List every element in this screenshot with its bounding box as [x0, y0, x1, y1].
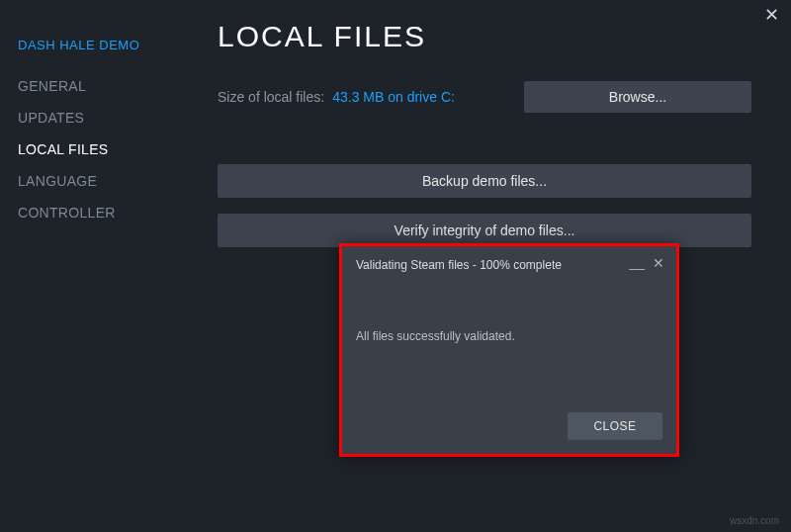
browse-button[interactable]: Browse...	[524, 81, 751, 113]
size-drive-link[interactable]: 43.3 MB on drive C:	[332, 89, 455, 105]
backup-button[interactable]: Backup demo files...	[218, 164, 751, 198]
page-title: LOCAL FILES	[218, 20, 751, 53]
sidebar-item-local-files[interactable]: LOCAL FILES	[18, 141, 198, 157]
dialog-message: All files successfully validated.	[342, 272, 676, 343]
watermark: wsxdn.com	[730, 515, 779, 526]
sidebar-item-updates[interactable]: UPDATES	[18, 110, 198, 126]
game-title-link[interactable]: DASH HALE DEMO	[18, 38, 198, 52]
sidebar-item-language[interactable]: LANGUAGE	[18, 173, 198, 189]
sidebar-item-controller[interactable]: CONTROLLER	[18, 205, 198, 221]
size-label: Size of local files:	[218, 89, 324, 105]
minimize-icon[interactable]: __	[629, 260, 645, 266]
close-icon[interactable]: ✕	[764, 6, 779, 24]
validation-dialog: Validating Steam files - 100% complete _…	[339, 243, 679, 457]
dialog-title: Validating Steam files - 100% complete	[342, 246, 676, 272]
dialog-close-button[interactable]: CLOSE	[568, 412, 662, 440]
sidebar: DASH HALE DEMO GENERAL UPDATES LOCAL FIL…	[0, 0, 198, 532]
dialog-close-icon[interactable]: ✕	[653, 256, 664, 270]
size-row: Size of local files: 43.3 MB on drive C:…	[218, 81, 751, 113]
verify-button[interactable]: Verify integrity of demo files...	[218, 214, 751, 247]
sidebar-item-general[interactable]: GENERAL	[18, 78, 198, 94]
